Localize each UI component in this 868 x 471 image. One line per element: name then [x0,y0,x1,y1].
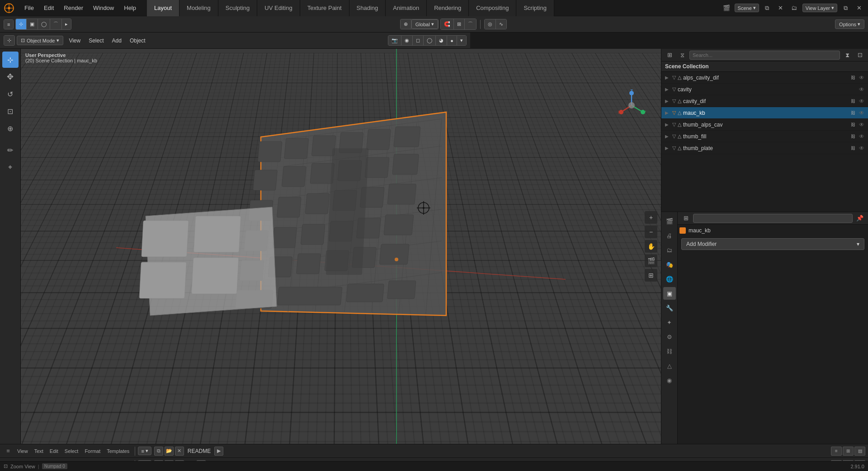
tab-layout[interactable]: Layout [147,0,179,16]
prop-render-icon[interactable]: 🎬 [663,215,676,227]
status-edit-1[interactable]: Edit [47,447,61,455]
tab-shading[interactable]: Shading [349,0,386,16]
prop-physics-icon[interactable]: ⚙ [663,330,676,343]
prop-modifier-icon[interactable]: 🔧 [663,301,676,314]
vp-menu-add[interactable]: Add [108,36,125,46]
prop-type-icon[interactable]: ⊞ [680,213,691,224]
visibility-icon-thumb-alps[interactable]: 👁 [859,122,864,128]
viewport-shading-extra[interactable]: ▾ [457,36,466,45]
view-layer-type-icon[interactable]: 🗂 [789,3,800,14]
status-editor-type-1[interactable]: ≡ ▾ [138,447,151,455]
options-btn[interactable]: Options ▾ [835,19,864,29]
layout-btn-1c[interactable]: ▤ [854,447,865,456]
outliner-item-thumb-alps[interactable]: ▶ ▽ △ thumb_alps_cav ⛓ 👁 [661,119,868,131]
mode-selector[interactable]: ⊡ Object Mode ▾ [17,36,63,45]
tab-scripting[interactable]: Scripting [516,0,554,16]
tab-animation[interactable]: Animation [386,0,427,16]
scale-tool-btn[interactable]: ⊡ [2,103,19,119]
prop-pin-icon[interactable]: 📌 [854,213,865,224]
proportional-btn[interactable]: ◎ [485,19,496,29]
tab-uv-editing[interactable]: UV Editing [257,0,300,16]
status-text-1[interactable]: Text [32,447,46,455]
prop-object-icon[interactable]: ▣ [663,287,676,300]
viewport-render-btn[interactable]: ◉ [401,36,413,45]
properties-search-input[interactable] [693,214,853,223]
scene-copy-icon[interactable]: ⧉ [762,3,773,14]
select-circle-btn[interactable]: ◯ [38,19,50,29]
camera-btn[interactable]: 🎬 [645,254,657,267]
vp-menu-view[interactable]: View [65,36,84,46]
tab-texture-paint[interactable]: Texture Paint [300,0,349,16]
tab-modeling[interactable]: Modeling [179,0,218,16]
zoom-out-btn[interactable]: − [645,226,657,238]
outliner-filter-icon[interactable]: ⧖ [677,50,688,61]
prop-world-icon[interactable]: 🌐 [663,273,676,285]
nav-gizmo[interactable]: Z Y X [616,89,647,121]
outliner-search-input[interactable] [689,51,840,60]
outliner-item-thumb-fill[interactable]: ▶ ▽ △ thumb_fill ⛓ 👁 [661,131,868,142]
scene-close-icon[interactable]: ✕ [775,3,786,14]
outliner-item-mauc-kb[interactable]: ▶ ▽ △ mauc_kb ⛓ 👁 [661,107,868,119]
menu-edit[interactable]: Edit [39,3,58,13]
outliner-item-thumb-plate[interactable]: ▶ ▽ △ thumb_plate ⛓ 👁 [661,142,868,154]
annotate-tool-btn[interactable]: ✏ [2,142,19,158]
menu-help[interactable]: Help [119,3,141,13]
visibility-icon-cavity-dif[interactable]: 👁 [859,98,864,104]
snap-extra[interactable]: ⌒ [465,19,476,29]
viewport-area[interactable]: User Perspective (20) Scene Collection |… [21,49,661,444]
layout-btn-1a[interactable]: ≡ [831,447,842,456]
blender-logo[interactable] [0,0,18,16]
prop-constraints-icon[interactable]: ⛓ [663,345,676,358]
scene-selector[interactable]: Scene ▾ [735,4,759,12]
status-templates-1[interactable]: Templates [104,447,132,455]
view-layer-close-icon[interactable]: ✕ [854,3,864,14]
transform-tool-btn[interactable]: ⊕ [2,120,19,137]
status-play-btn-1[interactable]: ▶ [214,447,223,456]
outliner-item-alps[interactable]: ▶ ▽ △ alps_cavity_dif ⛓ 👁 [661,72,868,84]
snap-settings[interactable]: ⊞ [454,19,465,29]
snap-icon[interactable]: 🧲 [441,19,454,29]
visibility-icon-cavity[interactable]: 👁 [859,86,864,93]
select-cursor-btn[interactable]: ⊹ [16,19,27,29]
prop-data-icon[interactable]: △ [663,359,676,372]
status-view-1[interactable]: View [14,447,31,455]
visibility-icon-mauc[interactable]: 👁 [859,110,864,116]
add-modifier-btn[interactable]: Add Modifier ▾ [681,238,864,250]
outliner-filter-extra[interactable]: ⧗ [842,50,853,61]
pan-btn[interactable]: ✋ [645,240,657,253]
measure-tool-btn[interactable]: ⌖ [2,159,19,175]
zoom-in-btn[interactable]: + [645,211,657,224]
prop-output-icon[interactable]: 🖨 [663,229,676,242]
status-folder-btn-1[interactable]: 📂 [165,447,174,456]
move-tool-btn[interactable]: ✥ [2,69,19,85]
prop-view-layer-icon[interactable]: 🗂 [663,244,676,256]
scene-type-icon[interactable]: 🎬 [721,3,732,14]
viewport-shading-look[interactable]: ◕ [436,36,447,45]
menu-window[interactable]: Window [89,3,118,13]
status-close-btn-1[interactable]: ✕ [175,447,184,456]
menu-render[interactable]: Render [59,3,88,13]
outliner-settings-icon[interactable]: ⊡ [854,50,865,61]
visibility-icon-thumb-fill[interactable]: 👁 [859,133,864,140]
editor-type-btn[interactable]: ≡ [4,20,13,29]
menu-file[interactable]: File [20,3,38,13]
proportional-wave[interactable]: ∿ [496,19,506,29]
transform-space-icon[interactable]: ⊕ [401,19,411,29]
outliner-item-cavity[interactable]: ▶ ▽ cavity 👁 [661,84,868,95]
vp-menu-object[interactable]: Object [126,36,149,46]
select-lasso-btn[interactable]: ⌒ [50,19,62,29]
layout-btn-1b[interactable]: ⊞ [843,447,854,456]
select-extra-btn[interactable]: ▸ [62,19,71,29]
rotate-tool-btn[interactable]: ↺ [2,86,19,102]
vp-editor-icon[interactable]: ⊹ [4,36,14,45]
viewport-shading-render[interactable]: ● [447,36,457,45]
viewport-shading-solid[interactable]: ◯ [424,36,436,45]
vp-menu-select[interactable]: Select [85,36,107,46]
view-layer-selector[interactable]: View Layer ▾ [802,4,837,12]
prop-material-icon[interactable]: ◉ [663,374,676,386]
cursor-tool-btn[interactable]: ⊹ [2,52,19,68]
view-layer-copy-icon[interactable]: ⧉ [840,3,851,14]
status-format-1[interactable]: Format [82,447,103,455]
status-editor-icon-1[interactable]: ≡ [3,446,14,457]
outliner-item-cavity-dif[interactable]: ▶ ▽ △ cavity_dif ⛓ 👁 [661,95,868,107]
